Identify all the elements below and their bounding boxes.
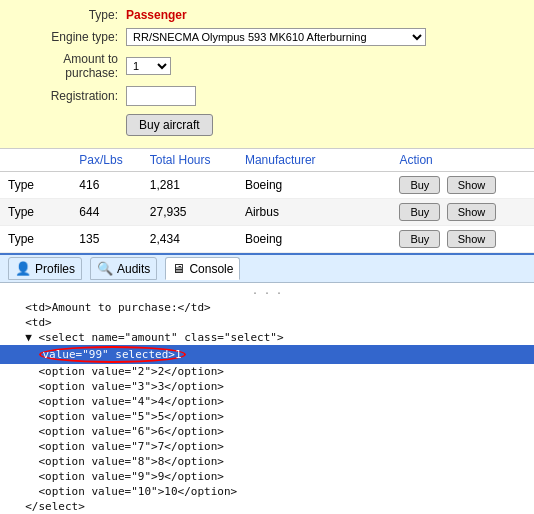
col-pax: Pax/Lbs <box>71 149 142 172</box>
cell-pax: 644 <box>71 199 142 226</box>
form-section: Type: Passenger Engine type: RR/SNECMA O… <box>0 0 534 149</box>
type-row: Type: Passenger <box>16 8 518 22</box>
cell-pax: 416 <box>71 172 142 199</box>
table-header-row: Pax/Lbs Total Hours Manufacturer Action <box>0 149 534 172</box>
code-line: <td>Amount to purchase:</td> <box>0 300 534 315</box>
code-line: ▼ <select name="amount" class="select"> <box>0 330 534 345</box>
cell-actions: Buy Show <box>391 172 534 199</box>
cell-hours: 27,935 <box>142 199 237 226</box>
registration-label: Registration: <box>16 89 126 103</box>
console-output: · · · <td>Amount to purchase:</td> <td> … <box>0 283 534 514</box>
cell-manufacturer: Boeing <box>237 172 391 199</box>
console-icon: 🖥 <box>172 261 185 276</box>
amount-row: Amount topurchase: 1234 5678 910 <box>16 52 518 80</box>
cell-actions: Buy Show <box>391 199 534 226</box>
col-type <box>0 149 71 172</box>
code-line: <td> <box>0 315 534 330</box>
code-line: <option value="4">4</option> <box>0 394 534 409</box>
cell-actions: Buy Show <box>391 226 534 253</box>
buy-row-button[interactable]: Buy <box>399 176 440 194</box>
profiles-icon: 👤 <box>15 261 31 276</box>
code-line: <option value="8">8</option> <box>0 454 534 469</box>
cell-pax: 135 <box>71 226 142 253</box>
type-label: Type: <box>16 8 126 22</box>
aircraft-table: Pax/Lbs Total Hours Manufacturer Action … <box>0 149 534 253</box>
tab-console[interactable]: 🖥 Console <box>165 257 240 280</box>
registration-input[interactable] <box>126 86 196 106</box>
show-row-button[interactable]: Show <box>447 176 497 194</box>
tab-audits-label: Audits <box>117 262 150 276</box>
code-line: <option value="5">5</option> <box>0 409 534 424</box>
code-line: <option value="2">2</option> <box>0 364 534 379</box>
buy-row-button[interactable]: Buy <box>399 230 440 248</box>
code-line: <option value="7">7</option> <box>0 439 534 454</box>
cell-type: Type <box>0 226 71 253</box>
col-action: Action <box>391 149 534 172</box>
tab-audits[interactable]: 🔍 Audits <box>90 257 157 280</box>
buy-row: Buy aircraft <box>16 112 518 136</box>
table-row: Type 416 1,281 Boeing Buy Show <box>0 172 534 199</box>
cell-hours: 2,434 <box>142 226 237 253</box>
cell-type: Type <box>0 172 71 199</box>
code-line: value="99" selected>1 <box>0 345 534 364</box>
table-row: Type 644 27,935 Airbus Buy Show <box>0 199 534 226</box>
cell-manufacturer: Boeing <box>237 226 391 253</box>
code-line: <option value="9">9</option> <box>0 469 534 484</box>
engine-row: Engine type: RR/SNECMA Olympus 593 MK610… <box>16 28 518 46</box>
cell-manufacturer: Airbus <box>237 199 391 226</box>
audits-icon: 🔍 <box>97 261 113 276</box>
engine-select[interactable]: RR/SNECMA Olympus 593 MK610 Afterburning <box>126 28 426 46</box>
code-line: </select> <box>0 499 534 514</box>
cell-type: Type <box>0 199 71 226</box>
engine-label: Engine type: <box>16 30 126 44</box>
amount-select[interactable]: 1234 5678 910 <box>126 57 171 75</box>
show-row-button[interactable]: Show <box>447 203 497 221</box>
show-row-button[interactable]: Show <box>447 230 497 248</box>
amount-label: Amount topurchase: <box>16 52 126 80</box>
col-hours: Total Hours <box>142 149 237 172</box>
type-value: Passenger <box>126 8 187 22</box>
tab-console-label: Console <box>189 262 233 276</box>
buy-aircraft-button[interactable]: Buy aircraft <box>126 114 213 136</box>
code-line: <option value="6">6</option> <box>0 424 534 439</box>
table-row: Type 135 2,434 Boeing Buy Show <box>0 226 534 253</box>
cell-hours: 1,281 <box>142 172 237 199</box>
tab-profiles-label: Profiles <box>35 262 75 276</box>
col-manufacturer: Manufacturer <box>237 149 391 172</box>
ellipsis-divider: · · · <box>0 287 534 300</box>
buy-row-button[interactable]: Buy <box>399 203 440 221</box>
code-line: <option value="3">3</option> <box>0 379 534 394</box>
code-line: <option value="10">10</option> <box>0 484 534 499</box>
tab-profiles[interactable]: 👤 Profiles <box>8 257 82 280</box>
registration-row: Registration: <box>16 86 518 106</box>
devtools-bar: 👤 Profiles 🔍 Audits 🖥 Console <box>0 253 534 283</box>
